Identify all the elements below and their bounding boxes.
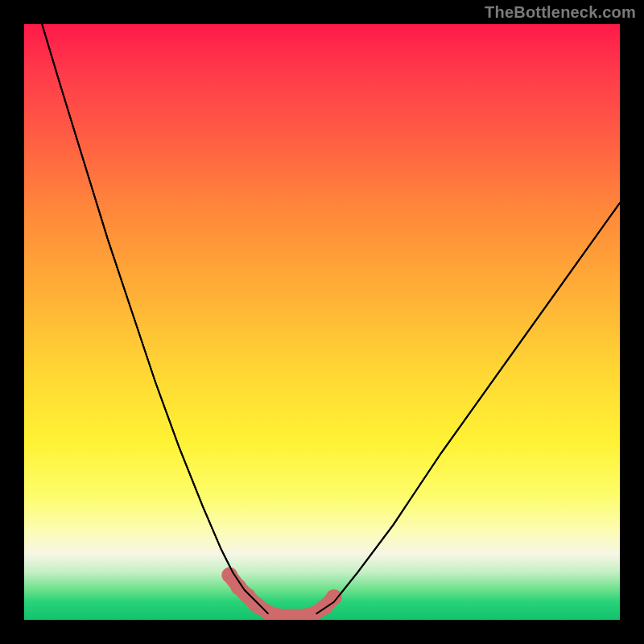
plot-area [24,24,620,620]
curve-layer [24,24,620,620]
curve-left-curve [42,24,268,614]
watermark-text: TheBottleneck.com [485,3,636,22]
marker-dot [249,597,265,613]
curve-overlay-right-curve [316,203,620,614]
curve-right-curve [316,203,620,614]
curve-overlay-left-curve [42,24,268,614]
chart-frame: TheBottleneck.com [0,0,644,644]
